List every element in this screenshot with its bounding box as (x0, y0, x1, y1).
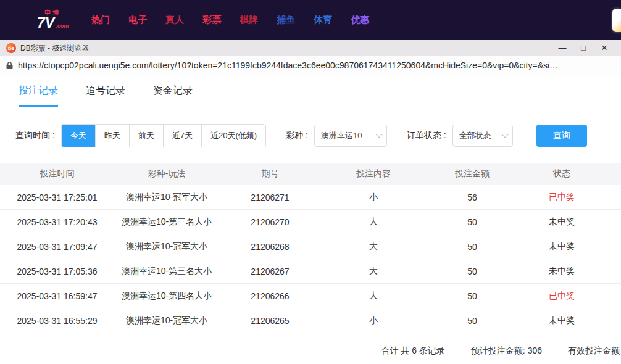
cell-issue: 21206268 (219, 242, 321, 252)
cell-issue: 21206266 (219, 291, 321, 301)
close-icon[interactable]: ✕ (594, 40, 615, 56)
cell-game-play: 澳洲幸运10-冠军大小 (114, 241, 219, 252)
table-row: 2025-03-31 16:55:29 澳洲幸运10-冠军大小 21206265… (0, 308, 621, 333)
order-status-value: 全部状态 (459, 130, 491, 141)
nav-item-lottery[interactable]: 彩票 (193, 14, 230, 26)
status-badge: 已中奖 (519, 192, 605, 203)
nav-item-promo[interactable]: 优惠 (341, 14, 378, 26)
cell-bet-amount: 50 (426, 267, 519, 276)
col-header-bet-amount: 投注金额 (426, 168, 519, 180)
record-tabs: 投注记录 追号记录 资金记录 (0, 75, 621, 107)
col-header-game-play: 彩种-玩法 (114, 168, 219, 180)
time-option-yesterday[interactable]: 昨天 (95, 125, 129, 147)
site-nav: 热门 电子 真人 彩票 棋牌 捕鱼 体育 优惠 (82, 14, 378, 26)
time-option-daybefore[interactable]: 前天 (129, 125, 163, 147)
summary-expected: 预计投注金额: 306 (471, 345, 542, 357)
table-row: 2025-03-31 17:20:43 澳洲幸运10-第三名大小 2120627… (0, 210, 621, 234)
tab-bet-records[interactable]: 投注记录 (19, 75, 58, 107)
site-logo[interactable]: 申博 7V .com (37, 10, 69, 30)
cell-bet-time: 2025-03-31 16:55:29 (0, 316, 114, 326)
floating-widget-icon[interactable] (612, 9, 621, 32)
cell-game-play: 澳洲幸运10-第四名大小 (114, 291, 219, 302)
col-header-bet-time: 投注时间 (0, 168, 114, 180)
col-header-status: 状态 (519, 168, 605, 180)
cell-bet-content: 大 (321, 291, 426, 302)
minimize-icon[interactable]: — (552, 40, 573, 56)
cell-game-play: 澳洲幸运10-第三名大小 (114, 217, 219, 228)
table-header-row: 投注时间 彩种-玩法 期号 投注内容 投注金额 状态 (0, 163, 621, 185)
tab-fund-records[interactable]: 资金记录 (153, 75, 193, 107)
cell-bet-amount: 50 (426, 291, 519, 301)
cell-bet-content: 大 (321, 241, 426, 252)
url-bar[interactable]: https://ctopcp02pcali.uengi5e.com/lotter… (0, 56, 621, 75)
cell-issue: 21206265 (219, 316, 321, 326)
cell-issue: 21206267 (219, 267, 321, 276)
time-option-today[interactable]: 今天 (62, 125, 95, 147)
status-badge: 未中奖 (519, 315, 605, 326)
status-badge: 未中奖 (519, 217, 605, 228)
cell-bet-time: 2025-03-31 17:09:47 (0, 242, 114, 252)
summary-valid: 有效投注金额 (568, 345, 620, 357)
status-badge: 已中奖 (519, 291, 605, 302)
cell-bet-content: 大 (321, 266, 426, 277)
summary-total: 合计 共 6 条记录 (381, 345, 444, 357)
nav-item-fishing[interactable]: 捕鱼 (267, 14, 304, 26)
cell-game-play: 澳洲幸运10-冠军大小 (114, 192, 219, 203)
time-option-7days[interactable]: 近7天 (163, 125, 201, 147)
summary-bar: 合计 共 6 条记录 预计投注金额: 306 有效投注金额 (0, 333, 621, 364)
maximize-icon[interactable]: □ (573, 40, 594, 56)
table-row: 2025-03-31 17:05:36 澳洲幸运10-第三名大小 2120626… (0, 259, 621, 284)
lock-icon (6, 61, 13, 70)
time-option-20days[interactable]: 近20天(低频) (201, 125, 265, 147)
table-row: 2025-03-31 17:09:47 澳洲幸运10-冠军大小 21206268… (0, 234, 621, 259)
browser-titlebar: D8 DB彩票 - 极速浏览器 — □ ✕ (0, 40, 621, 56)
cell-bet-amount: 50 (426, 217, 519, 227)
lottery-filter-label: 彩种 : (286, 130, 308, 141)
table-row: 2025-03-31 16:59:47 澳洲幸运10-第四名大小 2120626… (0, 284, 621, 308)
status-badge: 未中奖 (519, 241, 605, 252)
site-topbar: 申博 7V .com 热门 电子 真人 彩票 棋牌 捕鱼 体育 优惠 (0, 0, 621, 40)
cell-bet-amount: 50 (426, 316, 519, 326)
logo-main-text: 7V (37, 16, 54, 30)
cell-bet-time: 2025-03-31 17:05:36 (0, 267, 114, 276)
browser-app-icon: D8 (6, 43, 16, 53)
bet-records-table: 投注时间 彩种-玩法 期号 投注内容 投注金额 状态 2025-03-31 17… (0, 163, 621, 333)
status-filter-label: 订单状态 : (407, 130, 446, 141)
chevron-down-icon (375, 131, 382, 138)
nav-item-live[interactable]: 真人 (156, 14, 193, 26)
col-header-bet-content: 投注内容 (321, 168, 426, 180)
tab-chase-records[interactable]: 追号记录 (86, 75, 125, 107)
filter-bar: 查询时间 : 今天 昨天 前天 近7天 近20天(低频) 彩种 : 澳洲幸运10… (15, 125, 621, 147)
table-row: 2025-03-31 17:25:01 澳洲幸运10-冠军大小 21206271… (0, 185, 621, 210)
cell-game-play: 澳洲幸运10-第三名大小 (114, 266, 219, 277)
cell-bet-content: 小 (321, 192, 426, 203)
cell-bet-amount: 50 (426, 242, 519, 252)
cell-bet-time: 2025-03-31 17:25:01 (0, 192, 114, 202)
nav-item-sports[interactable]: 体育 (304, 14, 341, 26)
nav-item-chess[interactable]: 棋牌 (230, 14, 267, 26)
cell-issue: 21206270 (219, 217, 321, 227)
col-header-issue: 期号 (219, 168, 321, 180)
logo-com-text: .com (56, 23, 69, 29)
cell-bet-time: 2025-03-31 17:20:43 (0, 217, 114, 227)
order-status-select[interactable]: 全部状态 (452, 125, 513, 147)
search-button[interactable]: 查询 (536, 125, 587, 147)
time-filter-label: 查询时间 : (15, 130, 55, 141)
status-badge: 未中奖 (519, 266, 605, 277)
cell-game-play: 澳洲幸运10-冠军大小 (114, 315, 219, 326)
cell-bet-amount: 56 (426, 192, 519, 202)
lottery-select-value: 澳洲幸运10 (321, 130, 362, 141)
cell-bet-content: 大 (321, 217, 426, 228)
chevron-down-icon (501, 131, 508, 138)
nav-item-hot[interactable]: 热门 (82, 14, 119, 26)
url-text[interactable]: https://ctopcp02pcali.uengi5e.com/lotter… (18, 60, 558, 70)
cell-issue: 21206271 (219, 192, 321, 202)
time-range-group: 今天 昨天 前天 近7天 近20天(低频) (61, 124, 266, 147)
cell-bet-content: 小 (321, 315, 426, 326)
window-controls: — □ ✕ (552, 40, 615, 56)
lottery-select[interactable]: 澳洲幸运10 (314, 125, 387, 147)
window-title: DB彩票 - 极速浏览器 (20, 43, 89, 54)
cell-bet-time: 2025-03-31 16:59:47 (0, 291, 114, 301)
nav-item-slots[interactable]: 电子 (119, 14, 156, 26)
